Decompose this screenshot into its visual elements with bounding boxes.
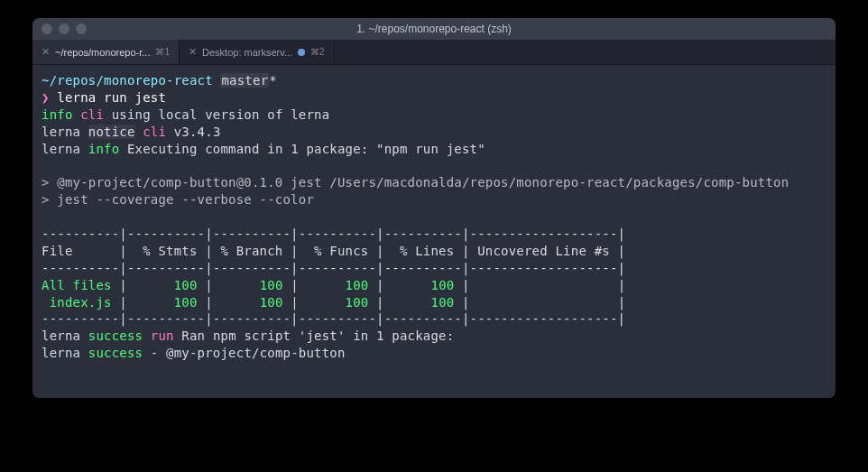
tab-1[interactable]: ✕ ~/repos/monorepo-r... ⌘1 xyxy=(32,40,180,64)
minimize-window-button[interactable] xyxy=(59,23,69,34)
close-icon[interactable]: ✕ xyxy=(189,46,197,58)
log-tool: lerna xyxy=(42,346,80,360)
coverage-row: index.js | 100 | 100 | 100 | 100 | | xyxy=(42,294,826,311)
prompt-cwd: ~/repos/monorepo-react xyxy=(42,73,213,88)
coverage-funcs: 100 xyxy=(299,295,376,310)
coverage-lines: 100 xyxy=(384,278,462,292)
log-level: info xyxy=(42,107,73,122)
window-title: 1. ~/repos/monorepo-react (zsh) xyxy=(356,23,512,35)
tab-shortcut: ⌘2 xyxy=(310,47,325,57)
coverage-funcs: 100 xyxy=(299,278,376,292)
log-tag: cli xyxy=(80,107,104,122)
maximize-window-button[interactable] xyxy=(76,23,87,34)
tab-label: Desktop: markserv... xyxy=(202,47,292,58)
titlebar: 1. ~/repos/monorepo-react (zsh) xyxy=(32,18,836,40)
coverage-branch: 100 xyxy=(213,278,291,292)
log-tool: lerna xyxy=(42,329,80,343)
tab-2[interactable]: ✕ Desktop: markserv... ⌘2 xyxy=(180,40,335,64)
terminal-output[interactable]: ~/repos/monorepo-react master* ❯ lerna r… xyxy=(32,65,836,398)
npm-output: > @my-project/comp-button@0.1.0 jest /Us… xyxy=(42,175,789,190)
coverage-border: ----------|----------|----------|-------… xyxy=(42,227,625,241)
coverage-header: File | % Stmts | % Branch | % Funcs | % … xyxy=(42,244,625,258)
close-icon[interactable]: ✕ xyxy=(42,46,50,58)
log-tool: lerna xyxy=(42,142,80,156)
log-level: success xyxy=(88,329,143,343)
log-text: Executing command in 1 package: "npm run… xyxy=(119,142,485,156)
prompt-symbol: ❯ xyxy=(42,90,50,105)
coverage-stmts: 100 xyxy=(127,278,205,292)
traffic-lights xyxy=(42,23,87,34)
coverage-border: ----------|----------|----------|-------… xyxy=(42,311,625,326)
coverage-stmts: 100 xyxy=(127,295,205,310)
log-tag: cli xyxy=(143,125,166,139)
prompt-branch: master xyxy=(220,73,269,88)
log-tag: run xyxy=(151,329,174,343)
log-level: info xyxy=(88,142,120,156)
coverage-border: ----------|----------|----------|-------… xyxy=(42,261,625,275)
coverage-branch: 100 xyxy=(213,295,291,310)
log-tool: lerna xyxy=(42,125,80,139)
log-text: v3.4.3 xyxy=(166,125,220,139)
coverage-uncov xyxy=(470,295,618,310)
coverage-lines: 100 xyxy=(384,295,462,310)
coverage-file: index.js xyxy=(42,295,119,310)
log-level: success xyxy=(88,346,143,360)
coverage-file: All files xyxy=(42,278,119,292)
tab-label: ~/repos/monorepo-r... xyxy=(55,47,150,58)
log-text: Ran npm script 'jest' in 1 package: xyxy=(174,329,455,343)
modified-indicator-icon xyxy=(298,49,305,56)
close-window-button[interactable] xyxy=(42,23,52,34)
npm-output: > jest --coverage --verbose --color xyxy=(42,192,314,207)
tab-shortcut: ⌘1 xyxy=(155,47,170,57)
log-text: using local version of lerna xyxy=(104,107,329,122)
prompt-command: lerna run jest xyxy=(57,90,166,105)
tab-bar: ✕ ~/repos/monorepo-r... ⌘1 ✕ Desktop: ma… xyxy=(32,40,836,65)
coverage-uncov xyxy=(470,278,618,292)
log-text: - @my-project/comp-button xyxy=(143,346,345,360)
terminal-window: 1. ~/repos/monorepo-react (zsh) ✕ ~/repo… xyxy=(32,18,836,398)
log-level: notice xyxy=(88,125,135,139)
coverage-row: All files | 100 | 100 | 100 | 100 | | xyxy=(42,277,826,294)
prompt-dirty: * xyxy=(269,73,277,88)
